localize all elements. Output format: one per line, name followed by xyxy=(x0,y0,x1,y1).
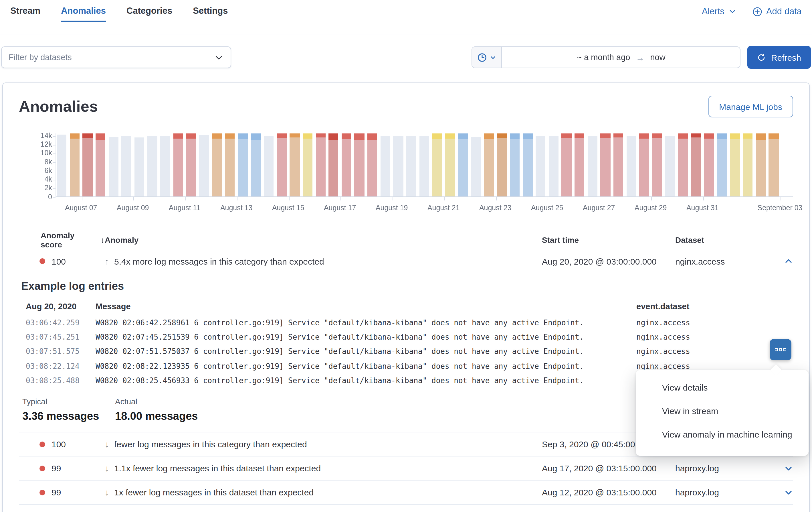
log-entry-row[interactable]: 03:06:42.259W0820 02:06:42.258961 6 cont… xyxy=(26,316,792,330)
chart-bar[interactable] xyxy=(652,133,662,196)
sort-descending-icon: ↓ xyxy=(101,235,105,244)
log-entry-row[interactable]: 03:07:51.575W0820 02:07:51.575037 6 cont… xyxy=(26,345,792,359)
chart-bar[interactable] xyxy=(109,133,118,196)
chart-bar[interactable] xyxy=(562,133,572,196)
menu-item-view-anomaly-in-machine-learning[interactable]: View anomaly in machine learning xyxy=(636,423,809,446)
chart-bar[interactable] xyxy=(367,133,377,196)
chart-bar[interactable] xyxy=(380,133,390,196)
chart-bar[interactable] xyxy=(769,133,779,196)
chart-bar[interactable] xyxy=(535,133,546,196)
chart-bar[interactable] xyxy=(471,133,481,196)
chart-bar[interactable] xyxy=(199,133,209,196)
anomaly-row[interactable]: 99↓1.1x fewer log messages in this datas… xyxy=(19,456,793,481)
chart-bar[interactable] xyxy=(665,133,675,196)
date-range-end[interactable]: now xyxy=(650,53,665,62)
log-message: W0820 02:08:22.123935 6 controller.go:91… xyxy=(95,359,636,373)
chart-bar[interactable] xyxy=(135,133,144,196)
menu-item-view-in-stream[interactable]: View in stream xyxy=(636,399,809,423)
chart-bar[interactable] xyxy=(121,133,131,196)
chart-bar[interactable] xyxy=(613,133,624,196)
chart-bar[interactable] xyxy=(432,133,442,196)
chart-bar[interactable] xyxy=(743,133,753,196)
log-entry-context-menu: View detailsView in streamView anomaly i… xyxy=(636,370,809,456)
tab-settings[interactable]: Settings xyxy=(193,6,228,22)
chart-bar[interactable] xyxy=(251,133,261,196)
chart-bar[interactable] xyxy=(523,133,533,196)
chart-bar[interactable] xyxy=(147,133,157,196)
chart-bar[interactable] xyxy=(328,133,339,196)
anomaly-row[interactable]: 100 ↑ 5.4x more log messages in this cat… xyxy=(19,250,793,272)
log-timestamp: 03:07:45.251 xyxy=(26,330,95,344)
tab-stream[interactable]: Stream xyxy=(10,6,40,22)
chart-bar[interactable] xyxy=(510,133,520,196)
tab-anomalies[interactable]: Anomalies xyxy=(61,6,106,22)
chart-bar[interactable] xyxy=(639,133,649,196)
chart-bar[interactable] xyxy=(626,133,636,196)
refresh-button[interactable]: Refresh xyxy=(748,46,811,69)
chart-bar[interactable] xyxy=(497,133,507,196)
x-axis-tick-label: August 21 xyxy=(428,204,460,212)
log-entry-actions-button[interactable] xyxy=(770,339,791,360)
chart-bar[interactable] xyxy=(160,133,170,196)
chart-bar[interactable] xyxy=(212,133,222,196)
chart-bar[interactable] xyxy=(225,133,235,196)
panel-title: Anomalies xyxy=(19,98,98,115)
tab-categories[interactable]: Categories xyxy=(126,6,172,22)
severity-dot xyxy=(39,441,45,447)
alerts-menu-button[interactable]: Alerts xyxy=(702,6,736,17)
chart-bar[interactable] xyxy=(730,133,740,196)
chart-bar[interactable] xyxy=(290,133,300,196)
chart-bar[interactable] xyxy=(264,133,274,196)
column-anomaly-score[interactable]: Anomaly score ↓ xyxy=(19,231,105,249)
y-axis-tick-label: 0 xyxy=(19,193,52,201)
anomaly-row[interactable]: 99↓1x fewer log messages in this dataset… xyxy=(19,481,793,505)
date-range-display[interactable]: ~ a month ago → now xyxy=(502,47,740,68)
chart-bar[interactable] xyxy=(57,133,67,196)
chart-bar[interactable] xyxy=(354,133,365,196)
chart-bar[interactable] xyxy=(549,133,559,196)
chart-bar[interactable] xyxy=(601,133,611,196)
chart-bar[interactable] xyxy=(484,133,494,196)
add-data-button[interactable]: Add data xyxy=(753,6,802,17)
chart-bar[interactable] xyxy=(173,133,183,196)
expand-row-button[interactable] xyxy=(778,460,799,477)
chart-bar[interactable] xyxy=(95,133,106,196)
anomaly-start-time: Aug 12, 2020 @ 03:15:00.000 xyxy=(542,487,675,497)
chart-bar[interactable] xyxy=(406,133,416,196)
chart-bar[interactable] xyxy=(445,133,455,196)
chart-bar[interactable] xyxy=(717,133,727,196)
anomaly-dataset: nginx.access xyxy=(675,256,778,266)
collapse-row-button[interactable] xyxy=(778,252,799,270)
chart-bar[interactable] xyxy=(691,133,701,196)
log-entry-row[interactable]: 03:07:45.251W0820 02:07:45.251539 6 cont… xyxy=(26,330,792,344)
manage-ml-jobs-button[interactable]: Manage ML jobs xyxy=(708,96,793,117)
chart-bar[interactable] xyxy=(419,133,429,196)
severity-dot xyxy=(39,258,45,264)
chart-bar[interactable] xyxy=(316,133,326,196)
date-range-start[interactable]: ~ a month ago xyxy=(577,53,630,62)
chart-bar[interactable] xyxy=(83,133,93,196)
chart-bar[interactable] xyxy=(704,133,714,196)
menu-item-view-details[interactable]: View details xyxy=(636,376,809,399)
chart-bar[interactable] xyxy=(303,133,313,196)
expand-row-button[interactable] xyxy=(778,484,799,501)
chart-bar[interactable] xyxy=(394,133,403,196)
chart-bar[interactable] xyxy=(277,133,287,196)
dataset-filter-select[interactable]: Filter by datasets xyxy=(1,46,231,68)
chart-bar[interactable] xyxy=(678,133,688,196)
severity-dot xyxy=(39,489,45,495)
log-timestamp: 03:07:51.575 xyxy=(26,345,95,359)
chart-bar[interactable] xyxy=(342,133,352,196)
chart-bar[interactable] xyxy=(575,133,584,196)
anomaly-score: 100 xyxy=(52,439,66,449)
column-start-time: Start time xyxy=(542,235,675,244)
time-controls: ~ a month ago → now Refresh xyxy=(472,46,811,69)
chart-bar[interactable] xyxy=(186,133,196,196)
quick-select-time-button[interactable] xyxy=(472,47,502,68)
chart-bar[interactable] xyxy=(458,133,468,196)
chart-bar[interactable] xyxy=(238,133,248,196)
chart-bar[interactable] xyxy=(69,133,80,196)
chart-bar[interactable] xyxy=(756,133,766,196)
chart-bar[interactable] xyxy=(587,133,598,196)
panel-header: Anomalies Manage ML jobs xyxy=(19,96,793,117)
